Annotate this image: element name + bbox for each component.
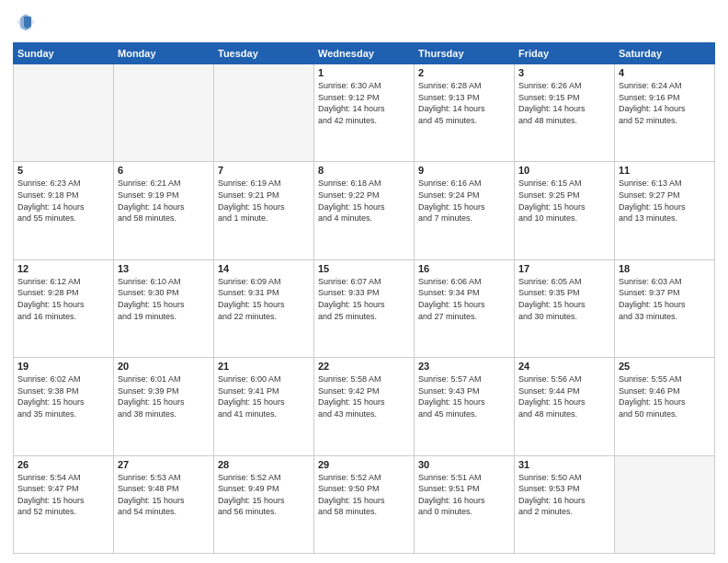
calendar-cell: 30Sunrise: 5:51 AMSunset: 9:51 PMDayligh… xyxy=(415,455,515,553)
calendar-cell: 2Sunrise: 6:28 AMSunset: 9:13 PMDaylight… xyxy=(415,64,515,162)
cell-info: Sunrise: 6:28 AMSunset: 9:13 PMDaylight:… xyxy=(418,80,510,126)
day-number: 20 xyxy=(118,361,210,372)
calendar-cell xyxy=(14,64,114,162)
day-number: 9 xyxy=(418,165,510,176)
calendar-cell: 7Sunrise: 6:19 AMSunset: 9:21 PMDaylight… xyxy=(214,162,314,259)
cell-info: Sunrise: 5:51 AMSunset: 9:51 PMDaylight:… xyxy=(418,472,510,518)
calendar-cell: 12Sunrise: 6:12 AMSunset: 9:28 PMDayligh… xyxy=(14,259,114,357)
day-number: 26 xyxy=(17,459,109,470)
day-number: 7 xyxy=(218,165,310,176)
cell-info: Sunrise: 6:09 AMSunset: 9:31 PMDaylight:… xyxy=(218,276,310,322)
cell-info: Sunrise: 5:58 AMSunset: 9:42 PMDaylight:… xyxy=(318,373,410,419)
day-number: 19 xyxy=(17,361,109,372)
calendar-cell xyxy=(214,64,314,162)
day-number: 31 xyxy=(518,459,610,470)
cell-info: Sunrise: 6:21 AMSunset: 9:19 PMDaylight:… xyxy=(118,178,210,224)
calendar-cell: 11Sunrise: 6:13 AMSunset: 9:27 PMDayligh… xyxy=(615,162,715,259)
day-number: 23 xyxy=(418,361,510,372)
day-number: 24 xyxy=(518,361,610,372)
day-number: 13 xyxy=(118,263,210,274)
header xyxy=(13,9,715,35)
day-number: 2 xyxy=(418,67,510,78)
calendar-cell: 26Sunrise: 5:54 AMSunset: 9:47 PMDayligh… xyxy=(14,455,114,553)
calendar-cell: 14Sunrise: 6:09 AMSunset: 9:31 PMDayligh… xyxy=(214,259,314,357)
cell-info: Sunrise: 6:10 AMSunset: 9:30 PMDaylight:… xyxy=(118,276,210,322)
cell-info: Sunrise: 6:18 AMSunset: 9:22 PMDaylight:… xyxy=(318,178,410,224)
cell-info: Sunrise: 6:26 AMSunset: 9:15 PMDaylight:… xyxy=(518,80,610,126)
cell-info: Sunrise: 6:16 AMSunset: 9:24 PMDaylight:… xyxy=(418,178,510,224)
week-row-1: 5Sunrise: 6:23 AMSunset: 9:18 PMDaylight… xyxy=(14,162,715,259)
calendar-cell: 13Sunrise: 6:10 AMSunset: 9:30 PMDayligh… xyxy=(114,259,214,357)
day-number: 14 xyxy=(218,263,310,274)
calendar-cell: 3Sunrise: 6:26 AMSunset: 9:15 PMDaylight… xyxy=(515,64,615,162)
cell-info: Sunrise: 6:19 AMSunset: 9:21 PMDaylight:… xyxy=(218,178,310,224)
header-day-tuesday: Tuesday xyxy=(214,43,314,64)
day-number: 5 xyxy=(17,165,109,176)
cell-info: Sunrise: 5:53 AMSunset: 9:48 PMDaylight:… xyxy=(118,472,210,518)
calendar-cell: 17Sunrise: 6:05 AMSunset: 9:35 PMDayligh… xyxy=(515,259,615,357)
cell-info: Sunrise: 5:56 AMSunset: 9:44 PMDaylight:… xyxy=(518,373,610,419)
day-number: 22 xyxy=(318,361,410,372)
calendar-cell: 28Sunrise: 5:52 AMSunset: 9:49 PMDayligh… xyxy=(214,455,314,553)
day-number: 8 xyxy=(318,165,410,176)
cell-info: Sunrise: 5:52 AMSunset: 9:50 PMDaylight:… xyxy=(318,472,410,518)
day-number: 27 xyxy=(118,459,210,470)
calendar-cell xyxy=(615,455,715,553)
logo-icon xyxy=(13,9,39,35)
calendar-cell: 25Sunrise: 5:55 AMSunset: 9:46 PMDayligh… xyxy=(615,358,715,455)
day-number: 11 xyxy=(619,165,711,176)
calendar-cell: 18Sunrise: 6:03 AMSunset: 9:37 PMDayligh… xyxy=(615,259,715,357)
calendar-header: SundayMondayTuesdayWednesdayThursdayFrid… xyxy=(14,43,715,64)
calendar-cell: 21Sunrise: 6:00 AMSunset: 9:41 PMDayligh… xyxy=(214,358,314,455)
calendar-cell: 6Sunrise: 6:21 AMSunset: 9:19 PMDaylight… xyxy=(114,162,214,259)
day-number: 12 xyxy=(17,263,109,274)
calendar-cell: 29Sunrise: 5:52 AMSunset: 9:50 PMDayligh… xyxy=(314,455,415,553)
calendar-cell: 22Sunrise: 5:58 AMSunset: 9:42 PMDayligh… xyxy=(314,358,415,455)
calendar-cell: 10Sunrise: 6:15 AMSunset: 9:25 PMDayligh… xyxy=(515,162,615,259)
cell-info: Sunrise: 6:05 AMSunset: 9:35 PMDaylight:… xyxy=(518,276,610,322)
calendar-cell: 5Sunrise: 6:23 AMSunset: 9:18 PMDaylight… xyxy=(14,162,114,259)
day-number: 4 xyxy=(619,67,711,78)
cell-info: Sunrise: 6:13 AMSunset: 9:27 PMDaylight:… xyxy=(619,178,711,224)
day-number: 10 xyxy=(518,165,610,176)
calendar-cell: 15Sunrise: 6:07 AMSunset: 9:33 PMDayligh… xyxy=(314,259,415,357)
cell-info: Sunrise: 6:06 AMSunset: 9:34 PMDaylight:… xyxy=(418,276,510,322)
calendar-cell: 20Sunrise: 6:01 AMSunset: 9:39 PMDayligh… xyxy=(114,358,214,455)
cell-info: Sunrise: 5:55 AMSunset: 9:46 PMDaylight:… xyxy=(619,373,711,419)
header-day-sunday: Sunday xyxy=(14,43,114,64)
day-number: 28 xyxy=(218,459,310,470)
header-day-saturday: Saturday xyxy=(615,43,715,64)
day-number: 1 xyxy=(318,67,410,78)
cell-info: Sunrise: 6:07 AMSunset: 9:33 PMDaylight:… xyxy=(318,276,410,322)
calendar-cell: 24Sunrise: 5:56 AMSunset: 9:44 PMDayligh… xyxy=(515,358,615,455)
calendar-cell: 16Sunrise: 6:06 AMSunset: 9:34 PMDayligh… xyxy=(415,259,515,357)
day-number: 17 xyxy=(518,263,610,274)
day-number: 15 xyxy=(318,263,410,274)
calendar-cell: 4Sunrise: 6:24 AMSunset: 9:16 PMDaylight… xyxy=(615,64,715,162)
cell-info: Sunrise: 6:23 AMSunset: 9:18 PMDaylight:… xyxy=(17,178,109,224)
calendar-cell: 23Sunrise: 5:57 AMSunset: 9:43 PMDayligh… xyxy=(415,358,515,455)
calendar-cell: 19Sunrise: 6:02 AMSunset: 9:38 PMDayligh… xyxy=(14,358,114,455)
calendar-cell: 31Sunrise: 5:50 AMSunset: 9:53 PMDayligh… xyxy=(515,455,615,553)
cell-info: Sunrise: 6:24 AMSunset: 9:16 PMDaylight:… xyxy=(619,80,711,126)
calendar-table: SundayMondayTuesdayWednesdayThursdayFrid… xyxy=(13,42,715,554)
cell-info: Sunrise: 6:03 AMSunset: 9:37 PMDaylight:… xyxy=(619,276,711,322)
calendar-body: 1Sunrise: 6:30 AMSunset: 9:12 PMDaylight… xyxy=(14,64,715,554)
cell-info: Sunrise: 6:01 AMSunset: 9:39 PMDaylight:… xyxy=(118,373,210,419)
header-row: SundayMondayTuesdayWednesdayThursdayFrid… xyxy=(14,43,715,64)
week-row-2: 12Sunrise: 6:12 AMSunset: 9:28 PMDayligh… xyxy=(14,259,715,357)
day-number: 6 xyxy=(118,165,210,176)
day-number: 30 xyxy=(418,459,510,470)
header-day-thursday: Thursday xyxy=(415,43,515,64)
week-row-4: 26Sunrise: 5:54 AMSunset: 9:47 PMDayligh… xyxy=(14,455,715,553)
cell-info: Sunrise: 6:30 AMSunset: 9:12 PMDaylight:… xyxy=(318,80,410,126)
day-number: 21 xyxy=(218,361,310,372)
day-number: 16 xyxy=(418,263,510,274)
page: SundayMondayTuesdayWednesdayThursdayFrid… xyxy=(0,0,728,563)
week-row-3: 19Sunrise: 6:02 AMSunset: 9:38 PMDayligh… xyxy=(14,358,715,455)
calendar-cell: 9Sunrise: 6:16 AMSunset: 9:24 PMDaylight… xyxy=(415,162,515,259)
cell-info: Sunrise: 5:57 AMSunset: 9:43 PMDaylight:… xyxy=(418,373,510,419)
cell-info: Sunrise: 5:50 AMSunset: 9:53 PMDaylight:… xyxy=(518,472,610,518)
cell-info: Sunrise: 5:52 AMSunset: 9:49 PMDaylight:… xyxy=(218,472,310,518)
header-day-wednesday: Wednesday xyxy=(314,43,415,64)
